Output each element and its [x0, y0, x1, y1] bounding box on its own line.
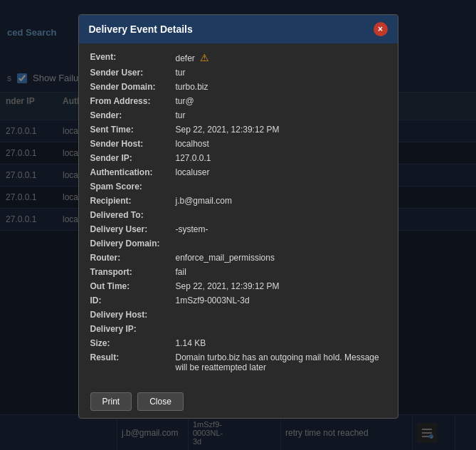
field-row-event: Event: defer ⚠	[90, 52, 386, 63]
field-row-from-address: From Address: tur@	[90, 96, 386, 106]
field-row-result: Result: Domain turbo.biz has an outgoing…	[90, 352, 386, 372]
field-label-sender-user: Sender User:	[90, 68, 176, 78]
field-label-delivery-user: Delivery User:	[90, 224, 176, 234]
field-label-out-time: Out Time:	[90, 281, 176, 291]
field-row-router: Router: enforce_mail_permissions	[90, 253, 386, 263]
field-value-out-time: Sep 22, 2021, 12:39:12 PM	[176, 281, 386, 291]
field-value-sender-user: tur	[176, 68, 386, 78]
modal-header: Delivery Event Details ×	[79, 15, 398, 43]
field-label-sender: Sender:	[90, 110, 176, 120]
delivery-event-modal: Delivery Event Details × Event: defer ⚠ …	[78, 14, 398, 419]
modal-title: Delivery Event Details	[89, 23, 193, 35]
modal-overlay: Delivery Event Details × Event: defer ⚠ …	[0, 0, 476, 450]
field-row-authentication: Authentication: localuser	[90, 167, 386, 177]
field-label-sender-host: Sender Host:	[90, 139, 176, 149]
field-value-event: defer ⚠	[176, 52, 386, 63]
print-button[interactable]: Print	[90, 392, 132, 411]
field-row-delivery-host: Delivery Host:	[90, 310, 386, 320]
field-value-sender: tur	[176, 110, 386, 120]
modal-body: Event: defer ⚠ Sender User: tur Sender D…	[79, 43, 398, 385]
field-label-event: Event:	[90, 52, 176, 62]
field-label-spam-score: Spam Score:	[90, 182, 176, 192]
field-row-id: ID: 1mSzf9-0003NL-3d	[90, 295, 386, 305]
field-label-delivered-to: Delivered To:	[90, 210, 176, 220]
field-value-result: Domain turbo.biz has an outgoing mail ho…	[176, 352, 386, 372]
field-label-from-address: From Address:	[90, 96, 176, 106]
field-row-out-time: Out Time: Sep 22, 2021, 12:39:12 PM	[90, 281, 386, 291]
field-value-delivery-user: -system-	[176, 224, 386, 234]
field-row-transport: Transport: fail	[90, 267, 386, 277]
field-label-transport: Transport:	[90, 267, 176, 277]
field-row-delivery-domain: Delivery Domain:	[90, 239, 386, 248]
field-value-authentication: localuser	[176, 167, 386, 177]
field-label-size: Size:	[90, 338, 176, 348]
field-value-sent-time: Sep 22, 2021, 12:39:12 PM	[176, 125, 386, 135]
field-value-id: 1mSzf9-0003NL-3d	[176, 295, 386, 305]
field-label-sender-domain: Sender Domain:	[90, 82, 176, 92]
field-row-delivery-ip: Delivery IP:	[90, 324, 386, 334]
field-label-sent-time: Sent Time:	[90, 125, 176, 135]
field-value-sender-domain: turbo.biz	[176, 82, 386, 92]
field-row-sender: Sender: tur	[90, 110, 386, 120]
field-value-size: 1.14 KB	[176, 338, 386, 348]
field-row-sender-domain: Sender Domain: turbo.biz	[90, 82, 386, 92]
field-value-transport: fail	[176, 267, 386, 277]
modal-footer: Print Close	[79, 385, 398, 418]
field-label-recipient: Recipient:	[90, 196, 176, 206]
field-label-result: Result:	[90, 352, 176, 362]
field-row-sender-user: Sender User: tur	[90, 68, 386, 78]
field-row-size: Size: 1.14 KB	[90, 338, 386, 348]
field-label-delivery-ip: Delivery IP:	[90, 324, 176, 334]
modal-close-button[interactable]: ×	[374, 22, 388, 36]
field-value-from-address: tur@	[176, 96, 386, 106]
field-label-sender-ip: Sender IP:	[90, 153, 176, 163]
field-row-sent-time: Sent Time: Sep 22, 2021, 12:39:12 PM	[90, 125, 386, 135]
field-row-sender-host: Sender Host: localhost	[90, 139, 386, 149]
field-value-recipient: j.b@gmail.com	[176, 196, 386, 206]
field-label-router: Router:	[90, 253, 176, 263]
warning-icon: ⚠	[200, 52, 209, 63]
field-value-router: enforce_mail_permissions	[176, 253, 386, 263]
field-value-sender-ip: 127.0.0.1	[176, 153, 386, 163]
field-label-id: ID:	[90, 295, 176, 305]
field-label-delivery-domain: Delivery Domain:	[90, 239, 176, 248]
field-row-delivered-to: Delivered To:	[90, 210, 386, 220]
field-row-recipient: Recipient: j.b@gmail.com	[90, 196, 386, 206]
field-row-delivery-user: Delivery User: -system-	[90, 224, 386, 234]
field-label-delivery-host: Delivery Host:	[90, 310, 176, 320]
field-label-authentication: Authentication:	[90, 167, 176, 177]
field-value-sender-host: localhost	[176, 139, 386, 149]
field-row-sender-ip: Sender IP: 127.0.0.1	[90, 153, 386, 163]
field-row-spam-score: Spam Score:	[90, 182, 386, 192]
close-button[interactable]: Close	[137, 392, 184, 411]
